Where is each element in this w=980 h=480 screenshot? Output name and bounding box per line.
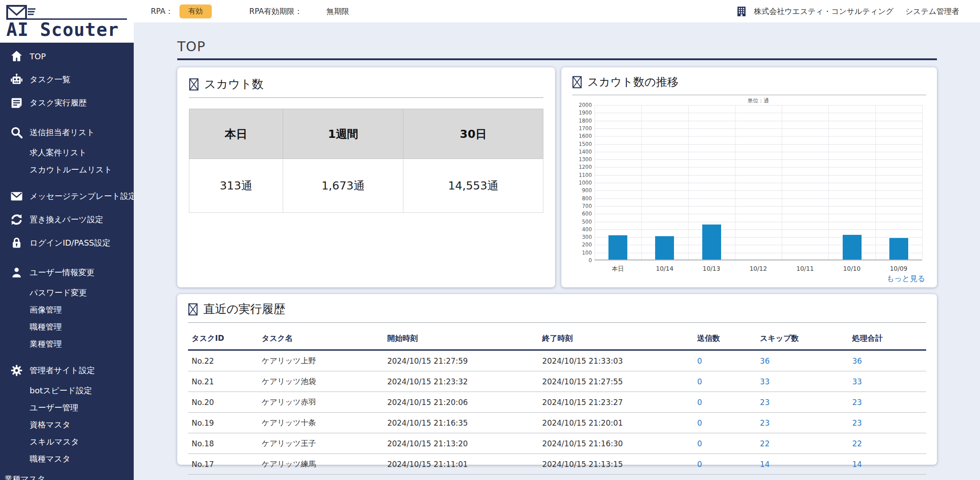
sidebar-item-jobtype-master[interactable]: 職種マスタ <box>0 450 134 467</box>
sidebar-item-label: 職種管理 <box>30 321 62 332</box>
history-count-link[interactable]: 22 <box>757 433 849 454</box>
history-cell: No.21 <box>188 371 258 392</box>
history-count-link[interactable]: 0 <box>694 413 757 433</box>
rpa-limit-value: 無期限 <box>326 6 349 17</box>
chart-ytick-label: 0 <box>572 257 592 264</box>
history-table-row: No.20ケアリッツ赤羽2024/10/15 21:20:062024/10/1… <box>188 392 926 413</box>
chart-hgridline <box>595 229 922 230</box>
chart-hgridline <box>595 136 922 137</box>
history-count-link[interactable]: 36 <box>757 350 849 371</box>
section-divider <box>189 97 543 98</box>
sidebar-item-label: 職種マスタ <box>30 454 70 464</box>
history-count-link[interactable]: 0 <box>694 371 757 392</box>
sidebar-item-skill-master[interactable]: スキルマスタ <box>0 433 134 450</box>
history-count-link[interactable]: 14 <box>757 454 849 475</box>
chart-bar-10/14 <box>655 236 674 260</box>
history-count-link[interactable]: 0 <box>694 433 757 454</box>
history-col-header: 送信数 <box>694 326 757 350</box>
history-count-link[interactable]: 0 <box>694 350 757 371</box>
history-count-link[interactable]: 36 <box>849 350 926 371</box>
sidebar-item-label: メッセージテンプレート設定 <box>30 191 134 202</box>
history-cell: 2024/10/15 21:23:32 <box>384 371 538 392</box>
chart-hgridline <box>595 152 922 152</box>
chart-unit-label: 単位：通 <box>595 97 922 105</box>
history-count-link[interactable]: 0 <box>694 454 757 475</box>
chart-ytick-label: 1300 <box>572 156 592 163</box>
history-title-row: 直近の実行履歴 <box>188 301 926 317</box>
sidebar-item-message-template[interactable]: メッセージテンプレート設定 <box>0 185 134 208</box>
sidebar-item-user-mgmt[interactable]: ユーザー管理 <box>0 399 134 416</box>
history-col-header: タスク名 <box>258 326 384 350</box>
sidebar-item-license-master[interactable]: 資格マスタ <box>0 416 134 433</box>
scout-col-value: 1,673通 <box>283 159 403 213</box>
chart-ytick-label: 500 <box>572 219 592 225</box>
history-count-link[interactable]: 22 <box>849 433 926 454</box>
sidebar-item-scout-room-list[interactable]: スカウトルームリスト <box>0 161 134 178</box>
rpa-label: RPA： <box>151 6 173 17</box>
chart-vgridline <box>875 105 876 260</box>
history-cell: 2024/10/15 21:27:55 <box>538 371 693 392</box>
chart-bar-10/13 <box>702 225 721 260</box>
history-cell: 2024/10/15 21:13:20 <box>384 433 538 454</box>
sidebar-item-label: 業種マスタ <box>4 474 45 480</box>
history-col-header: スキップ数 <box>757 326 849 350</box>
chart-ytick-label: 900 <box>572 187 592 194</box>
history-count-link[interactable]: 14 <box>849 454 926 475</box>
chart-hgridline <box>595 190 922 191</box>
history-count-link[interactable]: 33 <box>757 371 849 392</box>
sidebar-item-task-history[interactable]: タスク実行履歴 <box>0 91 134 114</box>
chart-ytick-label: 1400 <box>572 149 592 155</box>
history-table-row: No.18ケアリッツ王子2024/10/15 21:13:202024/10/1… <box>188 433 926 454</box>
sidebar-item-bot-speed[interactable]: botスピード設定 <box>0 382 134 399</box>
chart-xtick-label: 10/12 <box>735 265 782 272</box>
sidebar-item-label: 置き換えパーツ設定 <box>30 214 103 225</box>
history-count-link[interactable]: 33 <box>849 371 926 392</box>
sidebar-item-admin-site[interactable]: 管理者サイト設定 <box>0 359 134 382</box>
history-count-link[interactable]: 23 <box>757 413 849 433</box>
sidebar-item-image-mgmt[interactable]: 画像管理 <box>0 301 134 318</box>
sidebar-item-password-change[interactable]: パスワード変更 <box>0 284 134 301</box>
history-cell: ケアリッツ王子 <box>258 433 384 454</box>
chart-bar-本日 <box>608 235 627 260</box>
history-col-header: 終了時刻 <box>538 326 693 350</box>
sidebar-item-label: パスワード変更 <box>30 287 87 298</box>
history-count-link[interactable]: 23 <box>849 413 926 433</box>
chart-ytick-label: 400 <box>572 226 592 233</box>
sidebar-item-job-list[interactable]: 求人案件リスト <box>0 144 134 161</box>
sidebar-item-task-list[interactable]: タスク一覧 <box>0 68 134 91</box>
sidebar-item-label: 画像管理 <box>30 304 62 315</box>
home-icon <box>10 49 23 63</box>
chart-hgridline <box>595 237 922 238</box>
sidebar-item-user-info[interactable]: ユーザー情報変更 <box>0 261 134 284</box>
sidebar-item-top[interactable]: TOP <box>0 44 134 68</box>
history-cell: 2024/10/15 21:33:03 <box>538 350 693 371</box>
account-info: 株式会社ウエスティ・コンサルティング システム管理者 <box>735 5 959 18</box>
history-cell: 2024/10/15 21:20:01 <box>538 413 693 433</box>
sidebar-item-replace-parts[interactable]: 置き換えパーツ設定 <box>0 208 134 231</box>
history-count-link[interactable]: 23 <box>849 392 926 413</box>
chart-hgridline <box>595 159 922 160</box>
history-table: タスクIDタスク名開始時刻終了時刻送信数スキップ数処理合計 No.22ケアリッツ… <box>188 326 926 475</box>
envelope-icon <box>10 189 23 203</box>
chart-xtick-label: 10/14 <box>641 265 688 272</box>
scout-count-card: スカウト数 本日1週間30日 313通1,673通14,553通 <box>177 67 555 287</box>
recent-history-card: 直近の実行履歴 タスクIDタスク名開始時刻終了時刻送信数スキップ数処理合計 No… <box>177 294 937 465</box>
history-count-link[interactable]: 0 <box>694 392 757 413</box>
sidebar-item-industry-master[interactable]: 業種マスタ <box>0 467 134 480</box>
chart-ytick-label: 1100 <box>572 172 592 178</box>
chart-more-link[interactable]: もっと見る <box>886 273 925 284</box>
chart-xtick-label: 本日 <box>595 265 641 273</box>
sidebar-item-login-idpass[interactable]: ログインID/PASS設定 <box>0 231 134 255</box>
sidebar-item-sender-list[interactable]: 送信担当者リスト <box>0 121 134 144</box>
sidebar-item-jobtype-mgmt[interactable]: 職種管理 <box>0 318 134 335</box>
scout-col-header: 1週間 <box>283 109 403 159</box>
history-col-header: タスクID <box>188 326 258 350</box>
chart-hgridline <box>595 214 922 214</box>
sidebar-item-industry-mgmt[interactable]: 業種管理 <box>0 335 134 352</box>
sidebar-item-label: 業種管理 <box>30 339 62 349</box>
scout-col-value: 313通 <box>189 159 283 213</box>
app-logo[interactable]: AI Scouter <box>0 0 134 43</box>
lock-icon <box>10 236 23 250</box>
history-count-link[interactable]: 23 <box>757 392 849 413</box>
chart-bar-10/09 <box>889 238 908 260</box>
